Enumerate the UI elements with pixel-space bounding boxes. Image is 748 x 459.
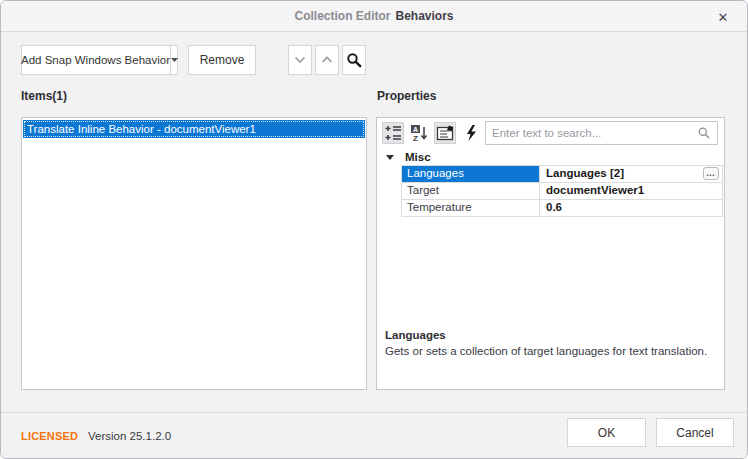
page-title: Behaviors [395,9,453,23]
categorized-view-button[interactable] [382,122,404,144]
lightning-icon [464,124,478,142]
items-label: Items(1) [21,89,67,103]
cancel-button[interactable]: Cancel [656,418,734,447]
property-grid: Languages Languages [2] … Target documen… [401,165,723,217]
property-value-text: Languages [2] [546,167,624,179]
chevron-down-icon [294,56,306,64]
svg-text:Z: Z [413,134,418,142]
collection-editor-dialog: Collection Editor Behaviors ✕ Add Snap W… [0,0,748,459]
ok-button[interactable]: OK [567,418,646,447]
collapse-arrow-icon [386,155,394,160]
property-value[interactable]: Languages [2] … [540,166,722,182]
move-up-button[interactable] [315,45,339,75]
add-behavior-split-button: Add Snap Windows Behavior [21,45,178,75]
chevron-down-icon [171,58,178,62]
properties-label: Properties [377,89,436,103]
items-listbox[interactable]: Translate Inline Behavior - documentView… [21,117,367,390]
property-name[interactable]: Temperature [402,200,540,216]
property-row-languages[interactable]: Languages Languages [2] … [401,166,723,183]
property-name[interactable]: Target [402,183,540,199]
add-behavior-dropdown[interactable] [170,46,178,74]
property-value[interactable]: 0.6 [540,200,722,216]
description-text: Gets or sets a collection of target lang… [385,345,712,357]
title-prefix: Collection Editor [294,9,390,23]
list-item[interactable]: Translate Inline Behavior - documentView… [23,120,365,138]
property-description: Languages Gets or sets a collection of t… [385,329,712,357]
add-behavior-button[interactable]: Add Snap Windows Behavior [21,46,170,74]
property-pages-button[interactable] [434,122,456,144]
category-label: Misc [405,151,431,163]
property-row-temperature[interactable]: Temperature 0.6 [401,200,723,217]
licensed-badge: LICENSED [21,430,78,442]
chevron-up-icon [321,56,333,64]
events-button[interactable] [460,122,482,144]
properties-panel: A Z [376,117,725,390]
categorized-icon [384,124,402,142]
svg-text:A: A [413,126,418,133]
move-down-button[interactable] [288,45,312,75]
description-title: Languages [385,329,712,341]
search-input[interactable] [492,127,697,139]
property-value[interactable]: documentViewer1 [540,183,722,199]
ellipsis-icon: … [706,168,716,178]
remove-button[interactable]: Remove [188,45,256,75]
search-button[interactable] [342,45,366,75]
version-text: Version 25.1.2.0 [88,430,171,442]
close-icon: ✕ [718,10,729,25]
property-page-icon [436,124,454,142]
search-icon [346,52,362,68]
property-row-target[interactable]: Target documentViewer1 [401,183,723,200]
property-name[interactable]: Languages [402,166,540,182]
search-icon [697,126,711,140]
az-sort-icon: A Z [410,124,428,142]
alphabetical-sort-button[interactable]: A Z [408,122,430,144]
close-button[interactable]: ✕ [713,7,733,27]
title-bar: Collection Editor Behaviors ✕ [1,1,747,32]
ellipsis-button[interactable]: … [703,167,719,180]
category-row-misc[interactable]: Misc [386,149,431,165]
property-search-box [485,121,718,145]
